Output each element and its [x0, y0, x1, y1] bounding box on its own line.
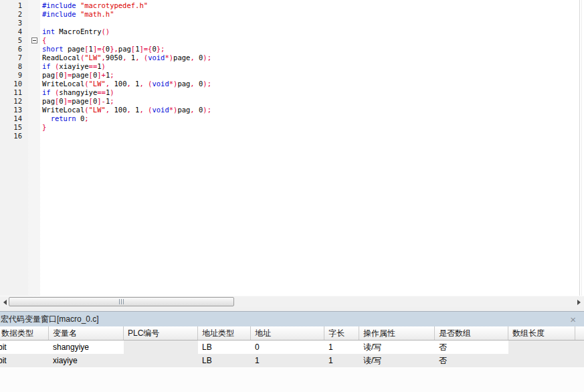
cell-value: 否	[439, 355, 447, 367]
scroll-right-button[interactable]	[574, 296, 584, 308]
column-header[interactable]	[575, 326, 584, 340]
close-icon[interactable]: ×	[567, 314, 579, 324]
table-row[interactable]: bitxiayiyeLB11读/写否	[0, 353, 584, 367]
line-number: 3	[0, 19, 22, 27]
code-token: 0	[76, 114, 85, 122]
fold-margin	[28, 0, 40, 296]
table-cell[interactable]: 读/写	[359, 340, 435, 354]
column-header[interactable]: 数据类型	[0, 326, 49, 340]
table-cell[interactable]: 1	[324, 340, 359, 354]
table-cell[interactable]: 1	[251, 354, 324, 367]
table-cell[interactable]: bit	[0, 354, 49, 367]
horizontal-scrollbar[interactable]	[0, 296, 584, 307]
column-header[interactable]: 操作属性	[359, 326, 435, 340]
code-token: if	[42, 88, 51, 96]
table-row[interactable]: bitshangyiyeLB01读/写否	[0, 340, 584, 354]
code-token: ]={	[139, 45, 152, 53]
column-header[interactable]: 地址	[251, 326, 324, 340]
column-header[interactable]: PLC编号	[124, 326, 198, 340]
table-cell[interactable]	[575, 340, 584, 354]
code-token: },	[110, 45, 118, 53]
table-cell[interactable]: xiayiye	[49, 354, 124, 367]
table-cell[interactable]	[575, 354, 584, 367]
column-header[interactable]: 是否数组	[435, 326, 508, 340]
line-number: 8	[0, 62, 22, 71]
line-number: 7	[0, 54, 22, 62]
table-cell[interactable]: 读/写	[359, 354, 435, 367]
code-token: page	[72, 71, 88, 79]
cell-value: 1	[328, 342, 333, 352]
cell-value: 1	[255, 356, 260, 365]
code-line: #include "math.h"	[42, 10, 577, 19]
code-token: "LW"	[89, 80, 106, 88]
column-header-label: 数组长度	[512, 328, 545, 339]
code-token: ==	[97, 88, 106, 96]
scrollbar-thumb[interactable]	[9, 297, 234, 306]
code-token: *)	[165, 54, 173, 62]
table-cell[interactable]: LB	[198, 354, 251, 367]
column-header-label: 操作属性	[363, 328, 395, 339]
table-cell[interactable]: 否	[435, 354, 508, 367]
code-token: pag	[42, 97, 55, 105]
code-token: {	[42, 36, 46, 44]
code-token: page	[173, 54, 190, 62]
code-token: );	[203, 54, 211, 62]
code-line: ReadLocal("LW",9050, 1, (void*)page, 0);	[42, 54, 577, 62]
table-cell[interactable]: 1	[324, 354, 359, 367]
column-header[interactable]: 数组长度	[508, 326, 575, 340]
variable-window-panel: 宏代码变量窗口[macro_0.c] × 数据类型变量名PLC编号地址类型地址字…	[0, 307, 584, 392]
code-token: 0	[195, 106, 203, 114]
table-body: bitshangyiyeLB01读/写否bitxiayiyeLB11读/写否	[0, 340, 584, 367]
cell-value: bit	[0, 356, 7, 365]
code-token: pag	[177, 106, 190, 114]
table-cell[interactable]	[508, 340, 575, 354]
editor-right-border	[579, 0, 580, 296]
panel-title: 宏代码变量窗口[macro_0.c]	[1, 314, 99, 325]
cell-value: shangyiye	[53, 342, 89, 352]
column-header[interactable]: 地址类型	[198, 326, 251, 340]
table-cell[interactable]: bit	[0, 340, 49, 354]
line-number: 12	[0, 97, 22, 106]
code-line: short page[1]={0},pag[1]={0};	[42, 45, 577, 54]
code-token: *)	[169, 106, 178, 114]
table-cell[interactable]: 0	[251, 340, 324, 354]
code-text-area[interactable]: #include "macrotypedef.h"#include "math.…	[42, 1, 577, 140]
cell-value: xiayiye	[53, 356, 78, 365]
code-line: if (xiayiye==1)	[42, 62, 577, 71]
table-cell[interactable]	[124, 340, 198, 354]
code-token: void	[152, 106, 169, 114]
cell-value: bit	[0, 342, 7, 352]
cell-value: 否	[439, 342, 447, 353]
fold-collapse-icon[interactable]	[31, 37, 37, 43]
table-cell[interactable]: LB	[198, 340, 251, 354]
table-empty-area	[0, 367, 584, 392]
code-editor[interactable]: 12345678910111213141516 #include "macrot…	[0, 0, 584, 296]
table-cell[interactable]: shangyiye	[49, 340, 124, 354]
code-line: pag[0]=page[0]+1;	[42, 71, 577, 80]
column-header-label: 地址类型	[202, 328, 234, 339]
table-cell[interactable]	[124, 354, 198, 367]
scrollbar-grip-icon	[119, 299, 124, 304]
code-token: 1	[131, 106, 140, 114]
panel-titlebar[interactable]: 宏代码变量窗口[macro_0.c] ×	[0, 312, 584, 326]
code-token: ;	[110, 71, 114, 79]
code-line: }	[42, 123, 577, 132]
code-line: WriteLocal("LW", 100, 1, (void*)pag, 0);	[42, 106, 577, 114]
column-header-label: 字长	[328, 328, 345, 339]
code-line	[42, 19, 577, 27]
code-token: 1	[131, 80, 140, 88]
code-line	[42, 132, 577, 140]
code-token: 1	[126, 54, 135, 62]
code-line: {	[42, 36, 577, 45]
line-number: 4	[0, 27, 22, 36]
code-token: 0	[195, 54, 203, 62]
table-cell[interactable]	[508, 354, 575, 367]
column-header[interactable]: 变量名	[49, 326, 124, 340]
code-token	[42, 114, 51, 122]
table-cell[interactable]: 否	[435, 340, 508, 354]
minus-glyph	[33, 40, 36, 41]
code-token: ]={	[93, 45, 106, 53]
cell-value: LB	[202, 356, 212, 365]
column-header[interactable]: 字长	[324, 326, 359, 340]
code-token: shangyiye	[59, 88, 97, 96]
